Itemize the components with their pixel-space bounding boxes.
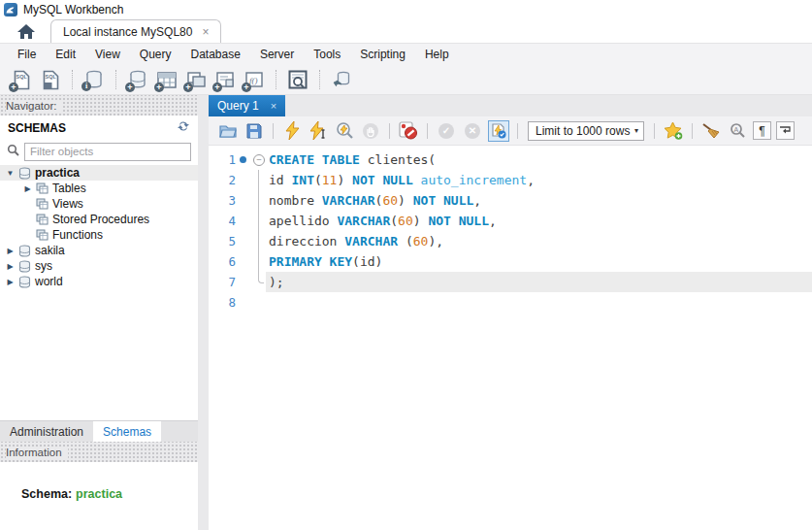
open-sql-script-icon[interactable]: SQL [39,68,62,91]
menu-server[interactable]: Server [250,45,304,64]
find-icon[interactable]: A [727,120,748,142]
wrap-text-toggle-icon[interactable] [776,121,795,140]
create-schema-icon[interactable]: + [126,68,149,91]
tree-item-practica[interactable]: ▼practica [0,165,198,181]
create-view-icon[interactable]: + [184,68,208,91]
table-group-icon [34,198,49,210]
code-line-8[interactable]: 8 [209,292,812,313]
chevron-right-icon[interactable]: ▶ [21,184,34,193]
code-text: ); [266,272,812,292]
chevron-down-icon[interactable]: ▼ [4,169,16,178]
sidebar-bottom-tabs: Administration Schemas [0,420,198,442]
query-tab[interactable]: Query 1 × [209,95,285,116]
chevron-right-icon[interactable]: ▶ [4,278,16,286]
save-icon[interactable] [244,120,265,142]
execute-current-icon[interactable] [308,120,329,142]
connection-tab[interactable]: Local instance MySQL80 × [50,19,221,43]
svg-text:A: A [733,126,738,133]
tree-item-label: Tables [49,182,86,195]
tree-item-sys[interactable]: ▶sys [0,258,198,274]
panel-splitter[interactable] [198,95,209,530]
fold-collapse-icon[interactable] [250,149,266,170]
menu-database[interactable]: Database [181,45,250,64]
schemas-section-header: SCHEMAS [0,116,198,140]
inspector-icon[interactable]: i [82,68,106,91]
title-bar: MySQL Workbench [0,0,812,18]
beautify-icon[interactable] [700,120,722,142]
sql-code-editor[interactable]: 1CREATE TABLE clientes(2id INT(11) NOT N… [209,146,812,530]
tree-item-sakila[interactable]: ▶sakila [0,243,198,258]
close-icon[interactable]: × [271,101,276,112]
menu-edit[interactable]: Edit [46,45,85,64]
create-function-icon[interactable]: f() + [243,68,266,91]
autocommit-toggle-icon[interactable] [488,120,509,142]
fold-margin [250,231,266,251]
marker-spacer [236,211,250,231]
filter-objects-input[interactable] [24,143,191,161]
create-procedure-icon[interactable]: + [213,68,237,91]
reconnect-dbms-icon[interactable] [330,68,353,91]
line-number: 7 [209,272,236,292]
toolbar-separator [276,70,276,89]
fold-margin [250,211,266,231]
open-file-icon[interactable] [217,120,239,142]
stop-on-error-toggle-icon[interactable] [398,120,419,142]
code-line-2[interactable]: 2id INT(11) NOT NULL auto_increment, [209,170,812,190]
tree-item-tables[interactable]: ▶Tables [0,181,198,196]
menu-tools[interactable]: Tools [304,45,350,64]
mysql-dolphin-icon [4,3,17,17]
tab-administration[interactable]: Administration [0,421,93,442]
line-number: 1 [209,149,236,170]
line-number: 6 [209,251,236,272]
code-line-3[interactable]: 3nombre VARCHAR(60) NOT NULL, [209,190,812,211]
save-snippet-icon[interactable] [663,120,684,142]
tree-item-world[interactable]: ▶world [0,274,198,289]
main-toolbar: SQL + SQL i + + + + f() + [0,65,812,95]
fold-margin [250,251,266,272]
tree-item-stored-procedures[interactable]: Stored Procedures [0,212,198,227]
filter-row [0,140,198,163]
menu-query[interactable]: Query [130,45,181,64]
stop-icon [360,120,381,142]
tree-item-functions[interactable]: Functions [0,227,198,243]
menu-view[interactable]: View [85,45,130,64]
tree-item-label: Views [49,197,83,211]
marker-spacer [236,231,250,251]
tree-item-views[interactable]: Views [0,196,198,212]
navigator-header: Navigator: [0,95,198,116]
schema-icon [16,167,32,180]
execute-icon[interactable] [281,120,303,142]
menu-file[interactable]: File [8,45,46,64]
limit-rows-dropdown[interactable]: Limit to 1000 rows ▾ [528,121,644,141]
chevron-right-icon[interactable]: ▶ [4,262,16,271]
code-line-7[interactable]: 7); [209,272,812,292]
code-line-6[interactable]: 6PRIMARY KEY(id) [209,251,812,272]
line-number: 8 [209,292,236,313]
marker-spacer [236,272,250,292]
code-line-1[interactable]: 1CREATE TABLE clientes( [209,149,812,170]
search-icon [7,144,19,159]
code-line-4[interactable]: 4apellido VARCHAR(60) NOT NULL, [209,211,812,231]
tab-schemas[interactable]: Schemas [93,421,161,442]
new-sql-tab-icon[interactable]: SQL + [10,68,33,91]
fold-margin [250,292,266,313]
home-icon [17,24,35,39]
menu-bar: FileEditViewQueryDatabaseServerToolsScri… [0,44,812,65]
menu-help[interactable]: Help [415,45,459,64]
schema-info-value: practica [72,487,122,501]
invisible-chars-toggle-icon[interactable]: ¶ [753,121,771,140]
svg-text:SQL: SQL [45,74,56,80]
line-number: 2 [209,170,236,190]
marker-spacer [236,292,250,313]
create-table-icon[interactable]: + [155,68,179,91]
refresh-schemas-icon[interactable] [177,120,190,135]
home-tab[interactable] [6,19,47,43]
chevron-right-icon[interactable]: ▶ [4,247,16,255]
toolbar-separator [115,70,116,89]
code-line-5[interactable]: 5direccion VARCHAR (60), [209,231,812,251]
search-table-data-icon[interactable] [286,68,309,91]
close-icon[interactable]: × [202,26,209,38]
explain-icon[interactable] [334,120,355,142]
menu-scripting[interactable]: Scripting [350,45,415,64]
toolbar-separator [517,123,518,139]
